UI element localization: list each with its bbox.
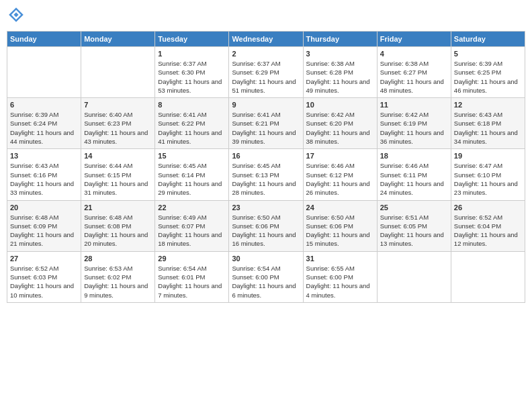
day-info: Sunrise: 6:41 AM Sunset: 6:21 PM Dayligh… — [232, 110, 300, 146]
day-info: Sunrise: 6:47 AM Sunset: 6:10 PM Dayligh… — [454, 161, 522, 197]
logo — [7, 7, 24, 26]
day-info: Sunrise: 6:45 AM Sunset: 6:13 PM Dayligh… — [232, 161, 300, 197]
calendar-cell: 7Sunrise: 6:40 AM Sunset: 6:23 PM Daylig… — [81, 98, 155, 149]
calendar-cell: 27Sunrise: 6:52 AM Sunset: 6:03 PM Dayli… — [7, 251, 81, 302]
day-number: 23 — [232, 203, 300, 212]
day-number: 30 — [232, 255, 300, 263]
day-number: 8 — [158, 101, 226, 109]
day-number: 2 — [232, 50, 300, 58]
calendar-cell — [377, 251, 451, 302]
day-info: Sunrise: 6:37 AM Sunset: 6:29 PM Dayligh… — [232, 59, 300, 95]
day-number: 3 — [306, 50, 374, 58]
day-number: 7 — [84, 101, 152, 109]
day-info: Sunrise: 6:52 AM Sunset: 6:03 PM Dayligh… — [10, 264, 78, 300]
day-number: 22 — [158, 203, 226, 212]
calendar-cell: 28Sunrise: 6:53 AM Sunset: 6:02 PM Dayli… — [81, 251, 155, 302]
calendar-cell: 3Sunrise: 6:38 AM Sunset: 6:28 PM Daylig… — [303, 47, 377, 98]
calendar-cell: 16Sunrise: 6:45 AM Sunset: 6:13 PM Dayli… — [229, 149, 303, 200]
calendar-cell: 2Sunrise: 6:37 AM Sunset: 6:29 PM Daylig… — [229, 47, 303, 98]
day-info: Sunrise: 6:42 AM Sunset: 6:19 PM Dayligh… — [380, 110, 448, 146]
calendar-cell: 13Sunrise: 6:43 AM Sunset: 6:16 PM Dayli… — [7, 149, 81, 200]
day-info: Sunrise: 6:40 AM Sunset: 6:23 PM Dayligh… — [84, 110, 152, 146]
calendar-cell: 17Sunrise: 6:46 AM Sunset: 6:12 PM Dayli… — [303, 149, 377, 200]
page: SundayMondayTuesdayWednesdayThursdayFrid… — [0, 0, 532, 411]
day-number: 25 — [380, 203, 448, 212]
calendar-table: SundayMondayTuesdayWednesdayThursdayFrid… — [7, 31, 525, 303]
logo-icon — [8, 7, 24, 23]
weekday-header-wednesday: Wednesday — [229, 32, 303, 47]
day-number: 24 — [306, 203, 374, 212]
weekday-header-saturday: Saturday — [451, 32, 525, 47]
day-number: 31 — [306, 255, 374, 263]
day-info: Sunrise: 6:43 AM Sunset: 6:16 PM Dayligh… — [10, 161, 78, 197]
calendar-cell — [451, 251, 525, 302]
day-number: 5 — [454, 50, 522, 58]
day-number: 12 — [454, 101, 522, 109]
day-number: 18 — [380, 152, 448, 160]
calendar-cell: 31Sunrise: 6:55 AM Sunset: 6:00 PM Dayli… — [303, 251, 377, 302]
day-info: Sunrise: 6:55 AM Sunset: 6:00 PM Dayligh… — [306, 264, 374, 300]
day-info: Sunrise: 6:37 AM Sunset: 6:30 PM Dayligh… — [158, 59, 226, 95]
calendar-cell: 11Sunrise: 6:42 AM Sunset: 6:19 PM Dayli… — [377, 98, 451, 149]
calendar-week-1: 6Sunrise: 6:39 AM Sunset: 6:24 PM Daylig… — [7, 98, 525, 149]
calendar-cell: 19Sunrise: 6:47 AM Sunset: 6:10 PM Dayli… — [451, 149, 525, 200]
day-number: 20 — [10, 203, 78, 212]
weekday-header-tuesday: Tuesday — [155, 32, 229, 47]
day-number: 21 — [84, 203, 152, 212]
calendar-week-4: 27Sunrise: 6:52 AM Sunset: 6:03 PM Dayli… — [7, 251, 525, 302]
calendar-cell: 12Sunrise: 6:43 AM Sunset: 6:18 PM Dayli… — [451, 98, 525, 149]
day-info: Sunrise: 6:54 AM Sunset: 6:00 PM Dayligh… — [232, 264, 300, 300]
day-info: Sunrise: 6:52 AM Sunset: 6:04 PM Dayligh… — [454, 213, 522, 248]
calendar-cell: 23Sunrise: 6:50 AM Sunset: 6:06 PM Dayli… — [229, 200, 303, 251]
day-info: Sunrise: 6:46 AM Sunset: 6:11 PM Dayligh… — [380, 161, 448, 197]
calendar-week-3: 20Sunrise: 6:48 AM Sunset: 6:09 PM Dayli… — [7, 200, 525, 251]
day-info: Sunrise: 6:39 AM Sunset: 6:25 PM Dayligh… — [454, 59, 522, 95]
calendar-cell: 10Sunrise: 6:42 AM Sunset: 6:20 PM Dayli… — [303, 98, 377, 149]
calendar-body: 1Sunrise: 6:37 AM Sunset: 6:30 PM Daylig… — [7, 47, 525, 303]
header — [7, 7, 525, 26]
day-info: Sunrise: 6:38 AM Sunset: 6:28 PM Dayligh… — [306, 59, 374, 95]
weekday-header-thursday: Thursday — [303, 32, 377, 47]
calendar-cell: 8Sunrise: 6:41 AM Sunset: 6:22 PM Daylig… — [155, 98, 229, 149]
day-info: Sunrise: 6:45 AM Sunset: 6:14 PM Dayligh… — [158, 161, 226, 197]
day-number: 29 — [158, 255, 226, 263]
day-number: 13 — [10, 152, 78, 160]
day-info: Sunrise: 6:44 AM Sunset: 6:15 PM Dayligh… — [84, 161, 152, 197]
calendar-cell: 21Sunrise: 6:48 AM Sunset: 6:08 PM Dayli… — [81, 200, 155, 251]
day-info: Sunrise: 6:53 AM Sunset: 6:02 PM Dayligh… — [84, 264, 152, 300]
day-info: Sunrise: 6:46 AM Sunset: 6:12 PM Dayligh… — [306, 161, 374, 197]
day-number: 11 — [380, 101, 448, 109]
day-info: Sunrise: 6:50 AM Sunset: 6:06 PM Dayligh… — [306, 213, 374, 248]
calendar-cell: 26Sunrise: 6:52 AM Sunset: 6:04 PM Dayli… — [451, 200, 525, 251]
day-number: 28 — [84, 255, 152, 263]
calendar-cell — [81, 47, 155, 98]
day-number: 10 — [306, 101, 374, 109]
calendar-cell: 14Sunrise: 6:44 AM Sunset: 6:15 PM Dayli… — [81, 149, 155, 200]
calendar-cell: 9Sunrise: 6:41 AM Sunset: 6:21 PM Daylig… — [229, 98, 303, 149]
day-info: Sunrise: 6:49 AM Sunset: 6:07 PM Dayligh… — [158, 213, 226, 248]
day-info: Sunrise: 6:38 AM Sunset: 6:27 PM Dayligh… — [380, 59, 448, 95]
calendar-cell: 15Sunrise: 6:45 AM Sunset: 6:14 PM Dayli… — [155, 149, 229, 200]
calendar-cell: 29Sunrise: 6:54 AM Sunset: 6:01 PM Dayli… — [155, 251, 229, 302]
calendar-cell: 4Sunrise: 6:38 AM Sunset: 6:27 PM Daylig… — [377, 47, 451, 98]
day-info: Sunrise: 6:50 AM Sunset: 6:06 PM Dayligh… — [232, 213, 300, 248]
calendar-cell — [7, 47, 81, 98]
day-number: 14 — [84, 152, 152, 160]
calendar-cell: 5Sunrise: 6:39 AM Sunset: 6:25 PM Daylig… — [451, 47, 525, 98]
calendar-cell: 6Sunrise: 6:39 AM Sunset: 6:24 PM Daylig… — [7, 98, 81, 149]
calendar-cell: 18Sunrise: 6:46 AM Sunset: 6:11 PM Dayli… — [377, 149, 451, 200]
weekday-header-sunday: Sunday — [7, 32, 81, 47]
day-number: 17 — [306, 152, 374, 160]
calendar-cell: 1Sunrise: 6:37 AM Sunset: 6:30 PM Daylig… — [155, 47, 229, 98]
day-number: 26 — [454, 203, 522, 212]
day-number: 9 — [232, 101, 300, 109]
calendar-cell: 24Sunrise: 6:50 AM Sunset: 6:06 PM Dayli… — [303, 200, 377, 251]
calendar-cell: 22Sunrise: 6:49 AM Sunset: 6:07 PM Dayli… — [155, 200, 229, 251]
weekday-header-friday: Friday — [377, 32, 451, 47]
calendar-week-0: 1Sunrise: 6:37 AM Sunset: 6:30 PM Daylig… — [7, 47, 525, 98]
day-info: Sunrise: 6:42 AM Sunset: 6:20 PM Dayligh… — [306, 110, 374, 146]
calendar-cell: 30Sunrise: 6:54 AM Sunset: 6:00 PM Dayli… — [229, 251, 303, 302]
calendar-week-2: 13Sunrise: 6:43 AM Sunset: 6:16 PM Dayli… — [7, 149, 525, 200]
weekday-header-monday: Monday — [81, 32, 155, 47]
day-number: 1 — [158, 50, 226, 58]
